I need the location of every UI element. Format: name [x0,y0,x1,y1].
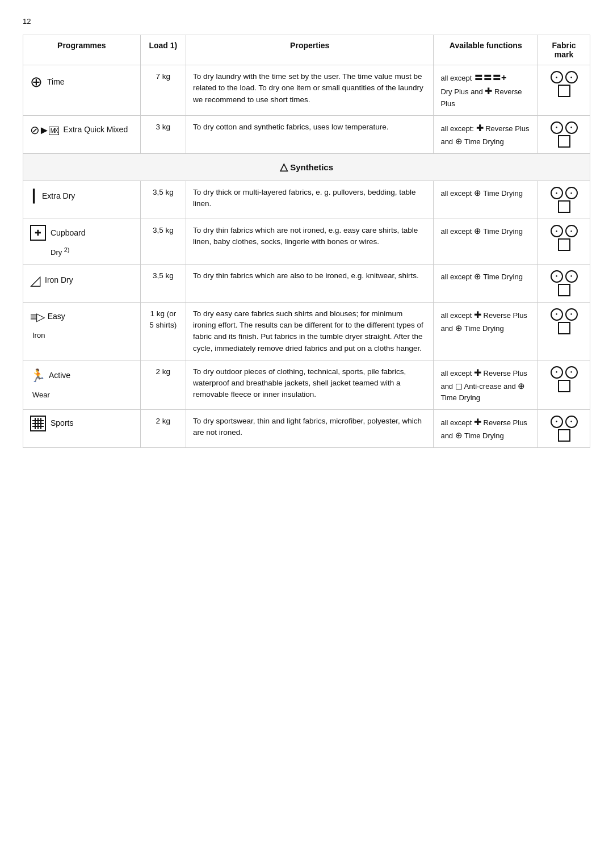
programme-cell: ≡▷ Easy Iron [23,302,141,360]
fabric-icon-3 [558,200,570,213]
available-cell: all except ⊕ Time Drying [434,264,538,302]
properties-cell: To dry laundry with the time set by the … [186,65,434,116]
fabric-icon-2 [565,71,578,83]
available-cell: all except 〓〓〓+Dry Plus and ✚ Reverse Pl… [434,65,538,116]
available-cell: all except ✚ Reverse Plus and ▢ Anti-cre… [434,360,538,409]
load-cell: 3,5 kg [140,219,186,265]
programme-name: Extra Dry [42,190,75,202]
fabric-icon-3 [558,238,570,251]
available-cell: all except ✚ Reverse Plus and ⊕ Time Dry… [434,409,538,448]
section-header-row: △ Synthetics [23,154,590,181]
fabric-icon-2 [565,416,578,428]
table-row: ✚ Cupboard Dry 2) 3,5 kg To dry thin fab… [23,219,590,265]
programme-name: Active [49,370,70,381]
programme-name: Extra Quick Mixed [64,124,128,136]
fabric-icon-2 [565,187,578,199]
section-title: △ Synthetics [23,154,590,181]
properties-cell: To dry thin fabrics which are not ironed… [186,219,434,265]
programme-cell: ◿ Iron Dry [23,264,141,302]
programme-name: Easy [48,311,65,322]
header-properties: Properties [186,35,434,65]
properties-cell: To dry cotton and synthetic fabrics, use… [186,115,434,154]
fabric-icon-3 [558,322,570,334]
load-cell: 3,5 kg [140,264,186,302]
page-number: 12 [23,17,590,26]
load-cell: 3,5 kg [140,181,186,219]
fabric-mark-cell [538,264,590,302]
fabric-mark-cell [538,65,590,116]
fabric-icon-1 [551,187,563,199]
fabric-mark-cell [538,409,590,448]
header-programmes: Programmes [23,35,141,65]
programmes-table: Programmes Load 1) Properties Available … [23,35,590,448]
table-row: ┃ Extra Dry 3,5 kg To dry thick or multi… [23,181,590,219]
header-fabric: Fabric mark [538,35,590,65]
load-cell: 1 kg (or 5 shirts) [140,302,186,360]
fabric-icon-2 [565,121,578,134]
available-cell: all except: ✚ Reverse Plus and ⊕ Time Dr… [434,115,538,154]
programme-cell: ✚ Cupboard Dry 2) [23,219,141,265]
fabric-icon-3 [558,135,570,148]
fabric-icon-1 [551,366,563,379]
programme-cell: ⊕ Time [23,65,141,116]
extra-dry-icon: ┃ [30,187,37,206]
table-row: Sports 2 kg To dry sportswear, thin and … [23,409,590,448]
fabric-mark-cell [538,360,590,409]
programme-cell: 🏃 Active Wear [23,360,141,409]
fabric-mark-cell [538,181,590,219]
table-row: ⊘►MIX Extra Quick Mixed 3 kg To dry cott… [23,115,590,154]
fabric-mark-cell [538,302,590,360]
fabric-icon-2 [565,225,578,237]
fabric-icon-1 [551,121,563,134]
programme-cell: ⊘►MIX Extra Quick Mixed [23,115,141,154]
iron-dry-icon: ◿ [30,270,40,291]
fabric-icon-1 [551,225,563,237]
fabric-icon-1 [551,270,563,283]
fabric-icon-1 [551,416,563,428]
easy-iron-icon: ≡▷ [30,308,44,325]
table-row: ≡▷ Easy Iron 1 kg (or 5 shirts) To dry e… [23,302,590,360]
available-cell: all except ✚ Reverse Plus and ⊕ Time Dry… [434,302,538,360]
fabric-icon-1 [551,71,563,83]
properties-cell: To dry thick or multi-layered fabrics, e… [186,181,434,219]
programme-name: Iron Dry [45,274,73,286]
properties-cell: To dry outdoor pieces of clothing, techn… [186,360,434,409]
cupboard-dry-icon: ✚ [30,225,46,241]
table-row: ⊕ Time 7 kg To dry laundry with the time… [23,65,590,116]
properties-cell: To dry sportswear, thin and light fabric… [186,409,434,448]
fabric-icon-3 [558,429,570,442]
header-load: Load 1) [140,35,186,65]
time-icon: ⊕ [30,71,43,93]
fabric-icon-3 [558,284,570,296]
fabric-icon-1 [551,308,563,321]
fabric-icon-2 [565,366,578,379]
active-wear-icon: 🏃 [30,366,45,385]
sports-icon [30,416,46,431]
fabric-mark-cell [538,219,590,265]
programme-name: Time [47,76,65,88]
load-cell: 7 kg [140,65,186,116]
properties-cell: To dry thin fabrics which are also to be… [186,264,434,302]
fabric-icon-2 [565,270,578,283]
available-cell: all except ⊕ Time Drying [434,219,538,265]
programme-cell: Sports [23,409,141,448]
available-cell: all except ⊕ Time Drying [434,181,538,219]
load-cell: 3 kg [140,115,186,154]
programme-cell: ┃ Extra Dry [23,181,141,219]
fabric-icon-3 [558,380,570,392]
header-available: Available functions [434,35,538,65]
fabric-icon-3 [558,85,570,97]
properties-cell: To dry easy care fabrics such shirts and… [186,302,434,360]
load-cell: 2 kg [140,409,186,448]
programme-name: Cupboard [51,227,86,239]
fabric-mark-cell [538,115,590,154]
fabric-icon-2 [565,308,578,321]
load-cell: 2 kg [140,360,186,409]
extra-quick-mixed-icon: ⊘►MIX [30,121,59,139]
table-row: ◿ Iron Dry 3,5 kg To dry thin fabrics wh… [23,264,590,302]
programme-name: Sports [51,417,73,429]
table-row: 🏃 Active Wear 2 kg To dry outdoor pieces… [23,360,590,409]
